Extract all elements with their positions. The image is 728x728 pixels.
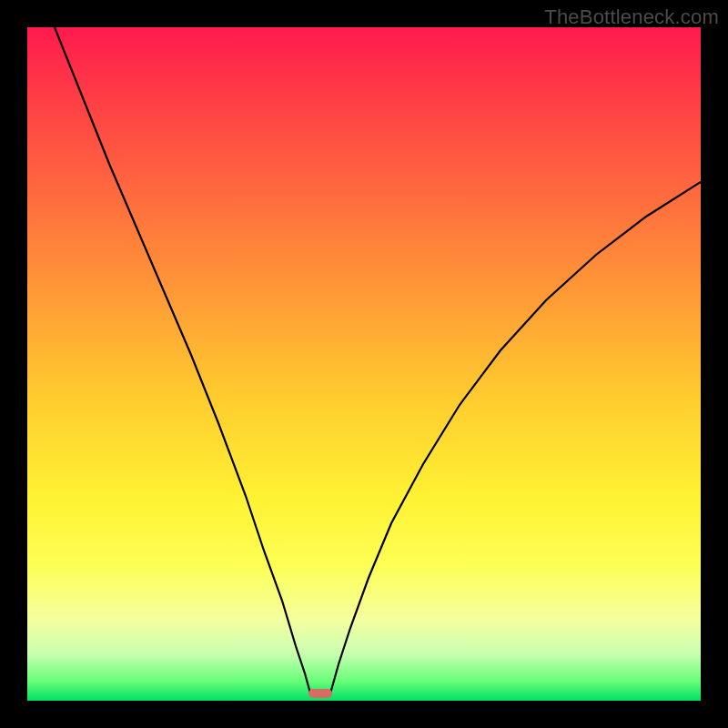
curve-svg	[27, 27, 701, 701]
bottleneck-marker	[308, 689, 332, 698]
attribution-text: TheBottleneck.com	[544, 5, 719, 29]
frame: TheBottleneck.com	[0, 0, 728, 728]
curve-right	[329, 182, 701, 696]
curve-left	[55, 27, 311, 696]
plot-area	[27, 27, 701, 701]
